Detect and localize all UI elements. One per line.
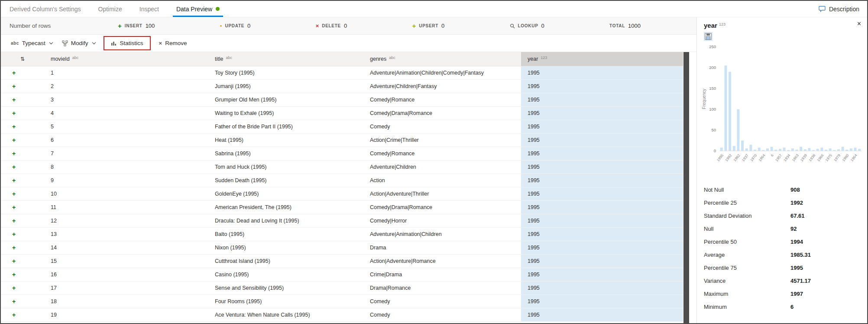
cell-genres[interactable]: Adventure|Animation|Children|Comedy|Fant… <box>363 66 521 80</box>
cell-movieId[interactable]: 5 <box>44 120 208 134</box>
cell-genres[interactable]: Crime|Drama <box>363 268 521 281</box>
cell-movieId[interactable]: 8 <box>44 160 208 174</box>
cell-year[interactable]: 1995 <box>521 66 683 80</box>
badge-label: INSERT <box>125 23 143 28</box>
cell-genres[interactable]: Adventure|Children|Fantasy <box>363 80 521 93</box>
remove-button[interactable]: × Remove <box>154 37 192 49</box>
cell-year[interactable]: 1995 <box>521 268 683 281</box>
description-button[interactable]: Description <box>819 6 859 13</box>
cell-movieId[interactable]: 16 <box>44 268 208 281</box>
cell-movieId[interactable]: 4 <box>44 107 208 120</box>
tab-data-preview[interactable]: Data Preview <box>168 1 228 17</box>
cell-movieId[interactable]: 12 <box>44 214 208 228</box>
cell-title[interactable]: Grumpier Old Men (1995) <box>208 93 363 107</box>
cell-genres[interactable]: Action|Adventure|Romance <box>363 255 521 268</box>
cell-year[interactable]: 1995 <box>521 281 683 295</box>
cell-title[interactable]: Nixon (1995) <box>208 241 363 255</box>
stat-row: Percentile 751995 <box>704 261 856 274</box>
cell-year[interactable]: 1995 <box>521 187 683 201</box>
column-header-movieId[interactable]: movieIdabc <box>44 52 208 66</box>
cell-genres[interactable]: Comedy <box>363 295 521 308</box>
cell-year[interactable]: 1995 <box>521 255 683 268</box>
row-marker-header[interactable]: ⇅ <box>1 52 44 66</box>
tab-optimize[interactable]: Optimize <box>90 1 131 17</box>
cell-genres[interactable]: Drama <box>363 241 521 255</box>
cell-year[interactable]: 1995 <box>521 160 683 174</box>
cell-title[interactable]: Waiting to Exhale (1995) <box>208 107 363 120</box>
cell-title[interactable]: Four Rooms (1995) <box>208 295 363 308</box>
cell-movieId[interactable]: 3 <box>44 93 208 107</box>
cell-title[interactable]: GoldenEye (1995) <box>208 187 363 201</box>
cell-genres[interactable]: Comedy|Drama|Romance <box>363 201 521 214</box>
cell-genres[interactable]: Comedy|Drama|Romance <box>363 107 521 120</box>
cell-movieId[interactable]: 15 <box>44 255 208 268</box>
cell-year[interactable]: 1995 <box>521 134 683 147</box>
cell-movieId[interactable]: 11 <box>44 201 208 214</box>
cell-genres[interactable]: Comedy|Horror <box>363 214 521 228</box>
cell-movieId[interactable]: 6 <box>44 134 208 147</box>
stat-label: Average <box>704 252 790 258</box>
insert-row-marker: + <box>1 147 44 160</box>
cell-year[interactable]: 1995 <box>521 295 683 308</box>
cell-year[interactable]: 1995 <box>521 241 683 255</box>
cell-title[interactable]: Jumanji (1995) <box>208 80 363 93</box>
cell-movieId[interactable]: 10 <box>44 187 208 201</box>
cell-year[interactable]: 1995 <box>521 308 683 322</box>
cell-title[interactable]: Heat (1995) <box>208 134 363 147</box>
cell-title[interactable]: Sudden Death (1995) <box>208 174 363 187</box>
cell-year[interactable]: 1995 <box>521 93 683 107</box>
cell-title[interactable]: Cutthroat Island (1995) <box>208 255 363 268</box>
cell-genres[interactable]: Comedy|Romance <box>363 147 521 160</box>
cell-title[interactable]: Ace Ventura: When Nature Calls (1995) <box>208 308 363 322</box>
typecast-button[interactable]: abc Typecast <box>6 37 57 49</box>
cell-movieId[interactable]: 2 <box>44 80 208 93</box>
svg-text:50: 50 <box>711 128 716 132</box>
cell-movieId[interactable]: 17 <box>44 281 208 295</box>
cell-genres[interactable]: Drama|Romance <box>363 281 521 295</box>
insert-row-marker: + <box>1 174 44 187</box>
tab-inspect[interactable]: Inspect <box>131 1 168 17</box>
cell-year[interactable]: 1995 <box>521 120 683 134</box>
cell-genres[interactable]: Adventure|Animation|Children <box>363 228 521 241</box>
table-scrollbar[interactable] <box>683 52 689 323</box>
cell-movieId[interactable]: 13 <box>44 228 208 241</box>
cell-year[interactable]: 1995 <box>521 107 683 120</box>
cell-year[interactable]: 1995 <box>521 80 683 93</box>
cell-title[interactable]: Tom and Huck (1995) <box>208 160 363 174</box>
cell-genres[interactable]: Action|Crime|Thriller <box>363 134 521 147</box>
cell-movieId[interactable]: 1 <box>44 66 208 80</box>
cell-year[interactable]: 1995 <box>521 201 683 214</box>
cell-movieId[interactable]: 7 <box>44 147 208 160</box>
cell-title[interactable]: Toy Story (1995) <box>208 66 363 80</box>
tab-derived-column-s-settings[interactable]: Derived Column's Settings <box>1 1 90 17</box>
cell-movieId[interactable]: 14 <box>44 241 208 255</box>
insert-plus-icon: + <box>12 177 16 184</box>
cell-movieId[interactable]: 9 <box>44 174 208 187</box>
cell-year[interactable]: 1995 <box>521 174 683 187</box>
column-header-year[interactable]: year123 <box>521 52 683 66</box>
cell-title[interactable]: Father of the Bride Part II (1995) <box>208 120 363 134</box>
cell-genres[interactable]: Action|Adventure|Thriller <box>363 187 521 201</box>
cell-title[interactable]: American President, The (1995) <box>208 201 363 214</box>
modify-button[interactable]: Modify <box>57 37 100 49</box>
cell-genres[interactable]: Adventure|Children <box>363 160 521 174</box>
statistics-button[interactable]: Statistics <box>106 37 148 49</box>
cell-genres[interactable]: Comedy <box>363 120 521 134</box>
cell-movieId[interactable]: 18 <box>44 295 208 308</box>
cell-year[interactable]: 1995 <box>521 147 683 160</box>
close-panel-icon[interactable]: × <box>857 20 861 28</box>
cell-year[interactable]: 1995 <box>521 214 683 228</box>
save-icon[interactable] <box>704 32 713 41</box>
column-header-genres[interactable]: genresabc <box>363 52 521 66</box>
cell-genres[interactable]: Action <box>363 174 521 187</box>
cell-movieId[interactable]: 19 <box>44 308 208 322</box>
cell-title[interactable]: Casino (1995) <box>208 268 363 281</box>
column-header-title[interactable]: titleabc <box>208 52 363 66</box>
cell-title[interactable]: Balto (1995) <box>208 228 363 241</box>
cell-year[interactable]: 1995 <box>521 228 683 241</box>
cell-title[interactable]: Dracula: Dead and Loving It (1995) <box>208 214 363 228</box>
cell-genres[interactable]: Comedy <box>363 308 521 322</box>
cell-genres[interactable]: Comedy|Romance <box>363 93 521 107</box>
cell-title[interactable]: Sabrina (1995) <box>208 147 363 160</box>
cell-title[interactable]: Sense and Sensibility (1995) <box>208 281 363 295</box>
